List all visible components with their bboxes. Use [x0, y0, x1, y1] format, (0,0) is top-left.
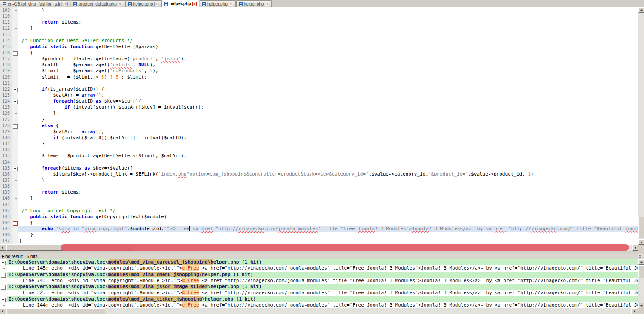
- find-horizontal-scrollbar[interactable]: [0, 308, 637, 314]
- fold-marker-icon[interactable]: [12, 129, 18, 135]
- fold-marker-icon[interactable]: [12, 74, 18, 80]
- find-result-hit-row[interactable]: Line 144: echo '<div id="vina-copyright'…: [0, 302, 638, 308]
- fold-marker-icon[interactable]: [0, 296, 7, 302]
- fold-marker-icon[interactable]: [0, 259, 7, 265]
- fold-marker-icon[interactable]: [12, 86, 18, 92]
- code-line[interactable]: 144 {: [0, 220, 638, 226]
- fold-marker-icon[interactable]: [12, 195, 18, 201]
- find-results-close-button[interactable]: x: [638, 254, 642, 258]
- code-line[interactable]: 115 public static function getBestSeller…: [0, 44, 638, 50]
- find-result-hit-row[interactable]: Line 74: echo '<div id="vina-copyright'.…: [0, 278, 638, 284]
- fold-marker-icon[interactable]: [12, 7, 18, 13]
- scroll-right-icon[interactable]: [631, 308, 637, 314]
- editor-vscroll-thumb[interactable]: [638, 217, 644, 238]
- tab-helper.php[interactable]: helper.phpx: [236, 0, 272, 7]
- fold-marker-icon[interactable]: [12, 202, 18, 208]
- fold-marker-icon[interactable]: [12, 25, 18, 31]
- fold-marker-icon[interactable]: [0, 302, 7, 308]
- code-line[interactable]: 122 if(is_array($catID)) {: [0, 86, 638, 92]
- fold-marker-icon[interactable]: [12, 147, 18, 153]
- fold-marker-icon[interactable]: [12, 189, 18, 195]
- fold-marker-icon[interactable]: [12, 62, 18, 68]
- close-icon[interactable]: x: [154, 2, 158, 6]
- close-icon[interactable]: x: [229, 2, 233, 6]
- editor-pane[interactable]: 109 }110111 return $items;112 }113114 /*…: [0, 7, 638, 245]
- code-line[interactable]: 130 if (intval($catID)) $catArr[] = intv…: [0, 135, 638, 141]
- code-line[interactable]: 128 else {: [0, 123, 638, 129]
- code-line[interactable]: 123 $catArr = array();: [0, 92, 638, 98]
- close-icon[interactable]: x: [118, 2, 122, 6]
- fold-marker-icon[interactable]: [12, 165, 18, 171]
- code-line[interactable]: 131 }: [0, 141, 638, 147]
- code-line[interactable]: 109 }: [0, 7, 638, 13]
- fold-marker-icon[interactable]: [12, 135, 18, 141]
- find-result-file-row[interactable]: I:\OpenServer\domains\shopviva.loc\modul…: [0, 284, 638, 290]
- close-icon[interactable]: x: [192, 2, 197, 6]
- editor-vertical-scrollbar[interactable]: [638, 7, 644, 245]
- fold-marker-icon[interactable]: [12, 238, 18, 244]
- code-line[interactable]: 129 $catArr = array();: [0, 129, 638, 135]
- fold-marker-icon[interactable]: [12, 110, 18, 116]
- fold-marker-icon[interactable]: [12, 19, 18, 25]
- code-line[interactable]: 112 }: [0, 25, 638, 31]
- scroll-right-icon[interactable]: [632, 245, 638, 251]
- code-line[interactable]: 143 public static function getCopyrightT…: [0, 214, 638, 220]
- fold-marker-icon[interactable]: [0, 290, 7, 296]
- code-line[interactable]: 147}: [0, 238, 638, 244]
- code-line[interactable]: 119 $limit = $params->get('noProducts', …: [0, 68, 638, 74]
- find-vertical-scrollbar[interactable]: [638, 259, 644, 308]
- scroll-down-icon[interactable]: [638, 239, 644, 245]
- fold-marker-icon[interactable]: [12, 123, 18, 129]
- code-line[interactable]: 118 $catID = $params->get('catids', NULL…: [0, 62, 638, 68]
- fold-marker-icon[interactable]: [12, 177, 18, 183]
- fold-marker-icon[interactable]: [12, 214, 18, 220]
- code-line[interactable]: 136 $items[$key]->product_link = SEFLink…: [0, 171, 638, 177]
- code-line[interactable]: 110: [0, 13, 638, 19]
- code-line[interactable]: 145 echo '<div id="vina-copyright'.$modu…: [0, 226, 638, 232]
- fold-marker-icon[interactable]: [12, 141, 18, 147]
- fold-marker-icon[interactable]: [0, 278, 7, 284]
- scroll-down-icon[interactable]: [638, 303, 644, 308]
- code-line[interactable]: 140 }: [0, 195, 638, 201]
- code-line[interactable]: 139 return $items;: [0, 189, 638, 195]
- fold-marker-icon[interactable]: [12, 56, 18, 62]
- scroll-left-icon[interactable]: [0, 245, 6, 251]
- find-result-hit-row[interactable]: Line 32: echo '<div id="vina-copyright'.…: [0, 290, 638, 296]
- scroll-left-icon[interactable]: [0, 308, 6, 314]
- fold-marker-icon[interactable]: [12, 183, 18, 189]
- tab-product_default.php[interactable]: product_default.phpx: [71, 0, 125, 7]
- fold-marker-icon[interactable]: [12, 153, 18, 159]
- code-line[interactable]: 132: [0, 147, 638, 153]
- code-line[interactable]: 113: [0, 32, 638, 38]
- code-line[interactable]: 127 }: [0, 117, 638, 123]
- tab-helper.php[interactable]: helper.phpx: [161, 0, 199, 7]
- fold-marker-icon[interactable]: [12, 171, 18, 177]
- fold-marker-icon[interactable]: [12, 92, 18, 98]
- fold-marker-icon[interactable]: [12, 104, 18, 110]
- code-line[interactable]: 141: [0, 202, 638, 208]
- code-line[interactable]: 120 $limit = ($limit > 5) ? 5 : $limit;: [0, 74, 638, 80]
- code-line[interactable]: 146 }: [0, 232, 638, 238]
- fold-marker-icon[interactable]: [12, 98, 18, 104]
- fold-marker-icon[interactable]: [12, 50, 18, 56]
- fold-marker-icon[interactable]: [12, 38, 18, 44]
- code-line[interactable]: 134: [0, 159, 638, 165]
- fold-marker-icon[interactable]: [12, 220, 18, 226]
- scroll-up-icon[interactable]: [638, 259, 644, 265]
- code-line[interactable]: 137 }: [0, 177, 638, 183]
- fold-marker-icon[interactable]: [12, 208, 18, 214]
- code-line[interactable]: 116 {: [0, 50, 638, 56]
- scroll-up-icon[interactable]: [638, 7, 644, 13]
- code-line[interactable]: 117 $product = JTable::getInstance('prod…: [0, 56, 638, 62]
- fold-marker-icon[interactable]: [12, 44, 18, 50]
- code-line[interactable]: 142 /* Function get Copyright Text */: [0, 208, 638, 214]
- fold-marker-icon[interactable]: [12, 80, 18, 86]
- code-line[interactable]: 121: [0, 80, 638, 86]
- find-vscroll-thumb[interactable]: [638, 265, 644, 278]
- code-line[interactable]: 124 foreach($catID as $key=>$curr){: [0, 98, 638, 104]
- fold-marker-icon[interactable]: [12, 117, 18, 123]
- code-line[interactable]: 125 if (intval($curr)) $catArr[$key] = i…: [0, 104, 638, 110]
- close-icon[interactable]: x: [64, 2, 68, 6]
- tab-helper.php[interactable]: helper.phpx: [200, 0, 236, 7]
- fold-marker-icon[interactable]: [0, 284, 7, 290]
